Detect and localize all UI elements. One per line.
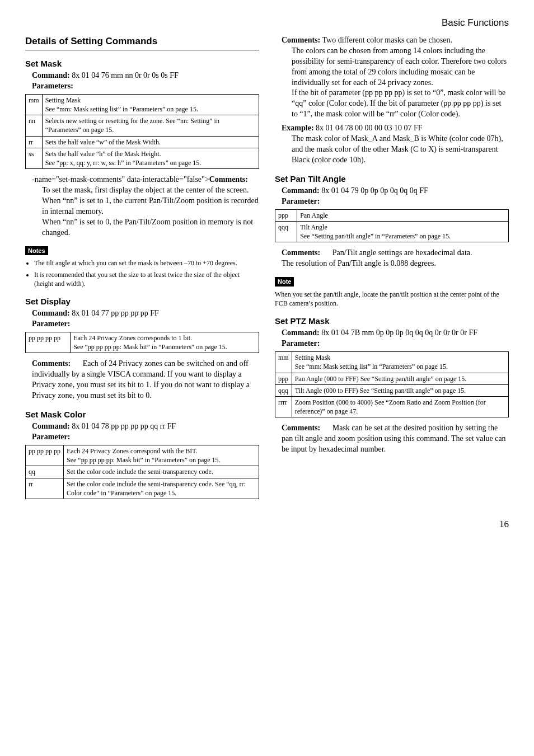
example-head: 8x 01 04 78 00 00 00 03 10 07 FF — [316, 124, 423, 132]
param-key: mm — [26, 94, 43, 115]
right-column: Comments: Two different color masks can … — [275, 33, 509, 505]
param-value: Each 24 Privacy Zones corresponds to 1 b… — [71, 332, 259, 353]
set-display-title: Set Display — [25, 296, 259, 307]
command-value: 8x 01 04 7B mm 0p 0p 0p 0q 0q 0q 0r 0r 0… — [321, 328, 477, 337]
command-label: Command: — [32, 309, 70, 317]
param-value: Zoom Position (000 to 4000) See “Zoom Ra… — [292, 397, 508, 417]
parameter-label: Parameter: — [282, 339, 509, 349]
comments-body-text: To set the mask, first display the objec… — [42, 185, 259, 238]
example-label: Example: — [282, 124, 314, 132]
note-item: The tilt angle at which you can set the … — [34, 259, 259, 267]
command-value: 8x 01 04 76 mm nn 0r 0r 0s 0s FF — [72, 71, 179, 79]
command-value: 8x 01 04 77 pp pp pp pp FF — [72, 309, 159, 317]
param-value: Setting Mask See “mm: Mask setting list”… — [42, 94, 259, 115]
comments-head: Two different color masks can be chosen. — [322, 36, 452, 44]
set-ptz-param-table: mmSetting Mask See “mm: Mask setting lis… — [275, 351, 509, 417]
note-item: It is recommended that you set the size … — [34, 270, 259, 288]
parameter-label: Parameter: — [282, 196, 509, 207]
param-key: rr — [26, 478, 64, 499]
command-label: Command: — [282, 328, 320, 337]
command-label: Command: — [32, 422, 70, 430]
set-pan-tilt-title: Set Pan Tilt Angle — [275, 173, 509, 185]
parameter-label: Parameter: — [32, 432, 259, 443]
param-key: rrrr — [275, 397, 292, 417]
param-value: Selects new setting or resetting for the… — [42, 115, 259, 136]
param-value: Tilt Angle See “Setting pan/tilt angle” … — [297, 221, 509, 242]
command-value: 8x 01 04 79 0p 0p 0p 0q 0q 0q FF — [321, 186, 428, 195]
set-mask-title: Set Mask — [25, 58, 259, 69]
set-mask-color-param-table: pp pp pp ppEach 24 Privacy Zones corresp… — [25, 445, 259, 499]
param-key: qqq — [275, 384, 292, 396]
parameter-label: Parameter: — [32, 319, 259, 330]
param-value: Pan Angle — [297, 209, 509, 221]
param-key: mm — [275, 352, 292, 373]
section-main-title: Details of Setting Commands — [25, 35, 259, 50]
command-label: Command: — [32, 71, 70, 79]
param-value: Each 24 Privacy Zones correspond with th… — [64, 445, 259, 466]
set-mask-param-table: mmSetting Mask See “mm: Mask setting lis… — [25, 94, 259, 169]
parameters-label: Parameters: — [32, 81, 259, 92]
set-ptz-title: Set PTZ Mask — [275, 316, 509, 327]
param-key: rr — [26, 136, 43, 148]
notes-badge: Notes — [25, 246, 48, 256]
param-value: Sets the half value “h” of the Mask Heig… — [42, 148, 259, 168]
param-value: Sets the half value “w” of the Mask Widt… — [42, 136, 259, 148]
comments-body: The colors can be chosen from among 14 c… — [292, 46, 509, 120]
command-value: 8x 01 04 78 pp pp pp pp qq rr FF — [72, 422, 176, 430]
set-display-param-table: pp pp pp ppEach 24 Privacy Zones corresp… — [25, 332, 259, 353]
page-header: Basic Functions — [25, 17, 509, 30]
example-body: The mask color of Mask_A and Mask_B is W… — [292, 134, 509, 166]
param-key: pp pp pp pp — [26, 332, 71, 353]
param-value: Tilt Angle (000 to FFF) See “Setting pan… — [292, 384, 508, 396]
param-value: Setting Mask See “mm: Mask setting list”… — [292, 352, 508, 373]
param-value: Set the color code include the semi-tran… — [64, 466, 259, 478]
set-pan-tilt-param-table: pppPan Angle qqqTilt Angle See “Setting … — [275, 209, 509, 243]
comments-label: Comments: — [209, 175, 248, 184]
page-number: 16 — [25, 518, 509, 531]
comments-label: Comments: — [282, 424, 320, 432]
left-column: Details of Setting Commands Set Mask Com… — [25, 33, 259, 505]
param-value: Pan Angle (000 to FFF) See “Setting pan/… — [292, 373, 508, 384]
param-key: ppp — [275, 373, 292, 384]
command-label: Command: — [282, 186, 320, 195]
notes-list: The tilt angle at which you can set the … — [25, 259, 259, 288]
comments-label: Comments: — [282, 36, 320, 44]
param-key: qq — [26, 466, 64, 478]
note-badge: Note — [275, 277, 294, 287]
param-key: ppp — [275, 209, 297, 221]
param-value: Set the color code include the semi-tran… — [64, 478, 259, 499]
param-key: ss — [26, 148, 43, 168]
param-key: qqq — [275, 221, 297, 242]
param-key: pp pp pp pp — [26, 445, 64, 466]
set-mask-color-title: Set Mask Color — [25, 409, 259, 420]
note-body: When you set the pan/tilt angle, locate … — [275, 290, 509, 308]
param-key: nn — [26, 115, 43, 136]
comments-label: Comments: — [282, 248, 320, 257]
comments-label: Comments: — [32, 359, 71, 368]
